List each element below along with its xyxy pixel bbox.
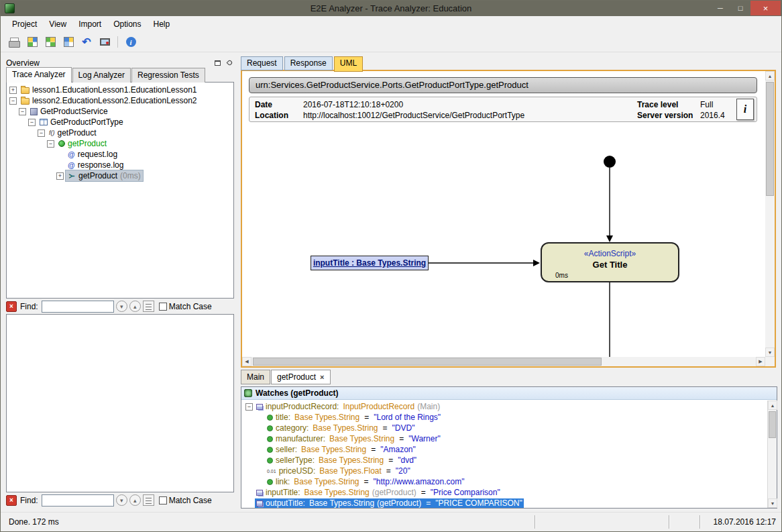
print-icon[interactable] [7,36,21,49]
find-list-icon[interactable] [143,494,154,506]
trace-tree: +lesson1.EducationLesson1.EducationLesso… [6,82,234,299]
screenshot-icon[interactable] [98,36,111,49]
info-icon[interactable]: i [124,36,137,49]
match-case-checkbox[interactable] [159,496,167,504]
match-case-checkbox[interactable] [159,303,167,311]
watch-item[interactable]: link:Base Types.String="http://www.amazo… [241,476,767,487]
tree-item-label: GetProductPortType [50,117,123,127]
watches-scroll-thumb[interactable] [769,411,776,438]
string-icon [267,447,273,453]
scroll-up-icon[interactable]: ▲ [768,401,777,410]
trace-analyzer-icon[interactable] [25,36,39,49]
operation-icon: f() [49,129,55,136]
collapse-icon[interactable]: − [38,129,45,137]
collapse-icon[interactable]: − [9,97,17,105]
tab-uml[interactable]: UML [334,56,363,72]
scroll-right-icon[interactable]: ▶ [756,357,765,366]
find-previous-icon[interactable]: ▴ [129,494,141,506]
minimize-button[interactable]: ─ [710,1,730,15]
tab-main[interactable]: Main [241,370,270,384]
action-node-get-title[interactable]: «ActionScript» Get Title 0ms [541,242,679,282]
maximize-button[interactable]: □ [730,1,750,15]
find-clear-icon[interactable]: × [6,495,17,506]
object-node-input-title[interactable]: inputTitle : Base Types.String [311,256,429,270]
tab-trace-analyzer[interactable]: Trace Analyzer [6,67,72,83]
undo-icon[interactable]: ↶ [80,36,93,49]
vscroll-thumb[interactable] [766,82,774,196]
watch-item[interactable]: title:Base Types.String="Lord of the Rin… [241,412,767,423]
watches-scrollbar[interactable]: ▲ ▼ [767,401,777,508]
watch-item[interactable]: inputTitle:Base Types.String(getProduct)… [241,487,767,498]
tab-regression-tests[interactable]: Regression Tests [131,68,205,83]
expand-icon[interactable]: + [9,87,17,94]
app-window: E2E Analyzer - Trace Analyzer: Education… [0,0,782,532]
collapse-icon[interactable]: − [245,403,253,411]
find-input[interactable] [42,494,114,507]
pin-icon[interactable] [225,59,234,67]
find-next-icon[interactable]: ▾ [116,301,127,312]
watch-type: Base Types.String [294,413,359,422]
find-previous-icon[interactable]: ▴ [129,301,141,312]
close-button[interactable]: × [750,1,781,15]
status-message: Done. 172 ms [1,517,535,527]
find-list-icon[interactable] [143,301,154,312]
object-node-label: inputTitle : Base Types.String [313,258,426,268]
tree-item[interactable]: @request.log [7,149,233,160]
tree-item[interactable]: −f()getProduct [7,127,233,138]
menu-import[interactable]: Import [72,17,107,31]
watch-type: Base Types.String [313,423,378,433]
float-window-icon[interactable] [213,59,222,67]
menu-help[interactable]: Help [148,17,176,31]
regression-tests-icon[interactable] [62,36,75,49]
tree-item[interactable]: −lesson2.EducationLesson2.EducationLesso… [7,95,233,106]
initial-node[interactable] [604,156,616,168]
expand-icon[interactable]: + [56,172,64,180]
tab-getproduct[interactable]: getProduct × [271,370,330,384]
tree-item[interactable]: +YgetProduct(0ms) [7,170,233,181]
scroll-up-icon[interactable]: ▲ [765,71,775,81]
watch-name: inputTitle: [266,488,300,497]
tree-item-duration: (0ms) [120,171,141,180]
tab-response[interactable]: Response [284,56,333,70]
tree-item-label: lesson1.EducationLesson1.EducationLesson… [32,85,197,95]
hscroll-thumb[interactable] [253,358,602,366]
scroll-left-icon[interactable]: ◀ [242,357,252,366]
tree-item[interactable]: @response.log [7,160,233,170]
collapse-icon[interactable]: − [47,140,54,148]
scroll-down-icon[interactable]: ▼ [768,498,777,508]
find-input[interactable] [42,301,114,313]
find-clear-icon[interactable]: × [6,301,17,312]
tree-item[interactable]: +lesson1.EducationLesson1.EducationLesso… [7,85,233,95]
watch-type: Base Types.String [319,456,384,465]
watch-item[interactable]: outputTitle:Base Types.String(getProduct… [241,498,767,508]
watch-item[interactable]: manufacturer:Base Types.String="Warner" [241,433,767,444]
collapse-icon[interactable]: − [19,108,26,115]
menu-project[interactable]: Project [6,17,43,31]
watch-item[interactable]: 0.01priceUSD:Base Types.Float="20" [241,466,767,476]
watch-item[interactable]: category:Base Types.String="DVD" [241,423,767,433]
tab-log-analyzer[interactable]: Log Analyzer [72,68,131,83]
watches-header: Watches (getProduct) [241,387,777,400]
find-bar-top: × Find: ▾ ▴ Match Case [6,299,234,314]
scroll-down-icon[interactable]: ▼ [765,348,775,357]
collapse-icon[interactable]: − [28,119,36,126]
menu-view[interactable]: View [43,17,72,31]
close-tab-icon[interactable]: × [320,373,324,381]
watch-item[interactable]: sellerType:Base Types.String="dvd" [241,455,767,466]
tab-getproduct-label: getProduct [277,372,316,382]
menu-options[interactable]: Options [107,17,147,31]
vertical-scrollbar[interactable]: ▲ ▼ [765,71,775,357]
float-icon: 0.01 [267,469,276,474]
scrollbar-corner [765,357,775,366]
tree-item[interactable]: −GetProductPortType [7,117,233,127]
horizontal-scrollbar[interactable]: ◀ ▶ [242,357,765,366]
porttype-icon [40,119,48,125]
tab-request[interactable]: Request [241,56,283,70]
log-analyzer-icon[interactable] [44,36,57,49]
find-next-icon[interactable]: ▾ [116,494,127,506]
tree-item[interactable]: −getProduct [7,138,233,149]
watch-item[interactable]: −inputProductRecord:InputProductRecord(M… [241,401,767,412]
watch-item[interactable]: seller:Base Types.String="Amazon" [241,444,767,455]
trace-green-icon [58,140,65,147]
tree-item[interactable]: −GetProductService [7,106,233,117]
